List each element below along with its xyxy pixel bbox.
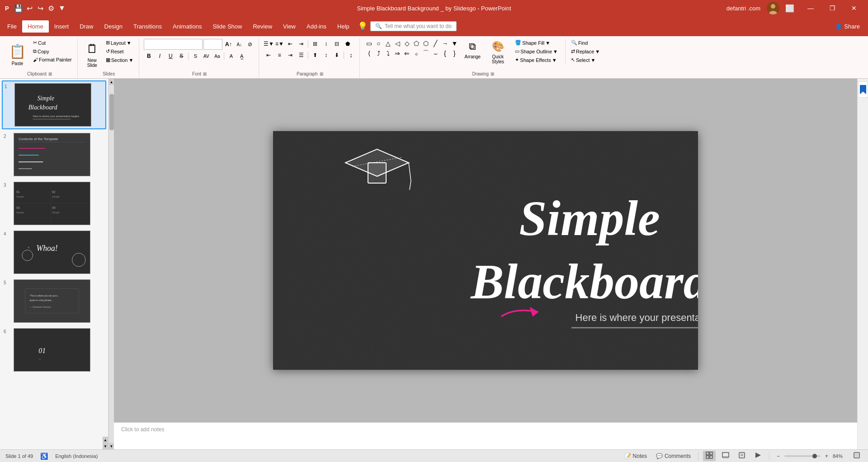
shadow-button[interactable]: S bbox=[190, 51, 200, 61]
shape-s10-btn[interactable]: } bbox=[450, 49, 459, 58]
scrollbar-down-btn[interactable]: ▼ bbox=[109, 443, 114, 449]
columns-button[interactable]: ⊞ bbox=[310, 39, 320, 49]
bookmark-button[interactable] bbox=[858, 81, 868, 98]
paragraph-expand-icon[interactable]: ⊞ bbox=[320, 71, 323, 76]
line-spacing-button[interactable]: ↨ bbox=[346, 50, 356, 60]
drawing-expand-icon[interactable]: ⊞ bbox=[491, 71, 494, 76]
layout-button[interactable]: ⊞ Layout ▼ bbox=[104, 39, 136, 47]
font-expand-icon[interactable]: ⊞ bbox=[203, 71, 207, 76]
slide-sorter-button[interactable] bbox=[719, 451, 732, 461]
paste-button[interactable]: 📋 Paste bbox=[5, 39, 29, 71]
zoom-in-button[interactable]: + bbox=[822, 452, 831, 460]
fit-slide-button[interactable] bbox=[851, 451, 863, 461]
align-middle-button[interactable]: ↕ bbox=[321, 50, 331, 60]
char-spacing-button[interactable]: AV bbox=[201, 51, 211, 61]
share-button[interactable]: 👤 Share bbox=[829, 20, 866, 33]
cut-button[interactable]: ✂ Cut bbox=[31, 39, 74, 47]
bold-button[interactable]: B bbox=[144, 51, 154, 61]
shape-hex-btn[interactable]: ⬡ bbox=[421, 39, 430, 48]
slide-item-3[interactable]: 3 01 Sample 02 Sample 03 Sample 04 Sampl… bbox=[2, 180, 106, 227]
shape-arrow-btn[interactable]: → bbox=[440, 39, 449, 48]
minimize-button[interactable]: — bbox=[800, 0, 821, 16]
menu-insert[interactable]: Insert bbox=[49, 20, 75, 33]
menu-file[interactable]: File bbox=[2, 20, 22, 33]
shape-rtriangle-btn[interactable]: ◁ bbox=[393, 39, 402, 48]
menu-draw[interactable]: Draw bbox=[74, 20, 99, 33]
shape-line-btn[interactable]: ╱ bbox=[431, 39, 440, 48]
dropdown-icon[interactable]: ▼ bbox=[58, 4, 66, 12]
slideshow-button[interactable] bbox=[752, 451, 764, 461]
select-button[interactable]: ↖ Select ▼ bbox=[569, 56, 602, 64]
shape-effects-button[interactable]: ✦ Shape Effects ▼ bbox=[513, 56, 560, 64]
align-text-button[interactable]: ⊟ bbox=[332, 39, 342, 49]
menu-animations[interactable]: Animations bbox=[167, 20, 207, 33]
align-bottom-button[interactable]: ⬇ bbox=[332, 50, 342, 60]
notes-area[interactable]: Click to add notes bbox=[114, 422, 857, 449]
lightbulb-icon[interactable]: 💡 bbox=[359, 22, 367, 30]
decrease-font-size-button[interactable]: A↓ bbox=[234, 39, 244, 49]
numbering-button[interactable]: ≡▼ bbox=[274, 39, 284, 49]
shape-s1-btn[interactable]: ⟨ bbox=[364, 49, 373, 58]
menu-view[interactable]: View bbox=[278, 20, 301, 33]
shape-s4-btn[interactable]: ⇒ bbox=[393, 49, 402, 58]
font-size-input[interactable] bbox=[203, 39, 222, 50]
increase-indent-button[interactable]: ⇥ bbox=[296, 39, 306, 49]
reading-view-button[interactable] bbox=[736, 451, 748, 461]
accessibility-icon[interactable]: ♿ bbox=[40, 453, 48, 460]
bullets-button[interactable]: ☰▼ bbox=[264, 39, 274, 49]
shape-triangle-btn[interactable]: △ bbox=[383, 39, 392, 48]
slide-item-5[interactable]: 5 "This is where you can put a quote or … bbox=[2, 278, 106, 325]
tell-me-box[interactable]: 🔍 Tell me what you want to do bbox=[370, 21, 457, 31]
slide-item-6[interactable]: 6 01 — bbox=[2, 326, 106, 373]
shape-s7-btn[interactable]: ⌒ bbox=[421, 49, 430, 58]
clipboard-expand-icon[interactable]: ⊞ bbox=[48, 71, 52, 76]
slide-main[interactable]: Simple Blackboard Here is where your pre… bbox=[273, 131, 698, 370]
char-case-button[interactable]: Aa bbox=[212, 51, 222, 61]
shape-circle-btn[interactable]: ○ bbox=[374, 39, 383, 48]
new-slide-button[interactable]: 🗒 NewSlide bbox=[82, 39, 102, 71]
shape-diamond-btn[interactable]: ◇ bbox=[402, 39, 411, 48]
italic-button[interactable]: I bbox=[155, 51, 165, 61]
shape-s8-btn[interactable]: ⌣ bbox=[431, 49, 440, 58]
redo-icon[interactable]: ↪ bbox=[36, 4, 44, 12]
decrease-indent-button[interactable]: ⇤ bbox=[285, 39, 295, 49]
align-left-button[interactable]: ⇤ bbox=[264, 50, 274, 60]
align-center-button[interactable]: ≡ bbox=[274, 50, 284, 60]
menu-home[interactable]: Home bbox=[22, 20, 49, 33]
user-avatar[interactable] bbox=[767, 2, 779, 14]
slide-item-4[interactable]: 4 Whoa! ✎ bbox=[2, 229, 106, 276]
find-button[interactable]: 🔍 Find bbox=[569, 39, 602, 47]
increase-font-size-button[interactable]: A↑ bbox=[223, 39, 233, 49]
arrange-button[interactable]: ⧉ Arrange bbox=[462, 39, 482, 61]
smartart-button[interactable]: ⬟ bbox=[343, 39, 353, 49]
undo-icon[interactable]: ↩ bbox=[25, 4, 33, 12]
shape-s3-btn[interactable]: ⤵ bbox=[383, 49, 392, 58]
copy-button[interactable]: ⧉ Copy bbox=[31, 47, 74, 55]
normal-view-button[interactable] bbox=[703, 451, 716, 461]
font-color-button[interactable]: A bbox=[226, 51, 236, 61]
slide-canvas[interactable]: Simple Blackboard Here is where your pre… bbox=[114, 79, 857, 422]
maximize-restore-icon[interactable]: ⬜ bbox=[786, 4, 794, 12]
shape-pentagon-btn[interactable]: ⬠ bbox=[412, 39, 421, 48]
text-highlight-button[interactable]: A̲ bbox=[237, 51, 247, 61]
align-top-button[interactable]: ⬆ bbox=[310, 50, 320, 60]
zoom-out-button[interactable]: − bbox=[774, 452, 783, 460]
menu-review[interactable]: Review bbox=[247, 20, 278, 33]
menu-transitions[interactable]: Transitions bbox=[128, 20, 167, 33]
text-direction-button[interactable]: ↕ bbox=[321, 39, 331, 49]
menu-design[interactable]: Design bbox=[99, 20, 128, 33]
quick-styles-button[interactable]: 🎨 QuickStyles bbox=[488, 39, 508, 66]
shape-s2-btn[interactable]: ⤴ bbox=[374, 49, 383, 58]
shape-outline-button[interactable]: ▭ Shape Outline ▼ bbox=[513, 47, 560, 55]
menu-help[interactable]: Help bbox=[332, 20, 355, 33]
scroll-down-button[interactable]: ▼ bbox=[103, 443, 108, 449]
shape-fill-button[interactable]: 🪣 Shape Fill ▼ bbox=[513, 39, 560, 47]
strikethrough-button[interactable]: S bbox=[176, 51, 186, 61]
shape-s9-btn[interactable]: { bbox=[440, 49, 449, 58]
scroll-up-button[interactable]: ▲ bbox=[103, 437, 108, 443]
font-name-input[interactable] bbox=[144, 39, 203, 50]
menu-addins[interactable]: Add-ins bbox=[301, 20, 332, 33]
underline-button[interactable]: U bbox=[165, 51, 175, 61]
shape-s5-btn[interactable]: ⇐ bbox=[402, 49, 411, 58]
restore-button[interactable]: ❐ bbox=[822, 0, 843, 16]
